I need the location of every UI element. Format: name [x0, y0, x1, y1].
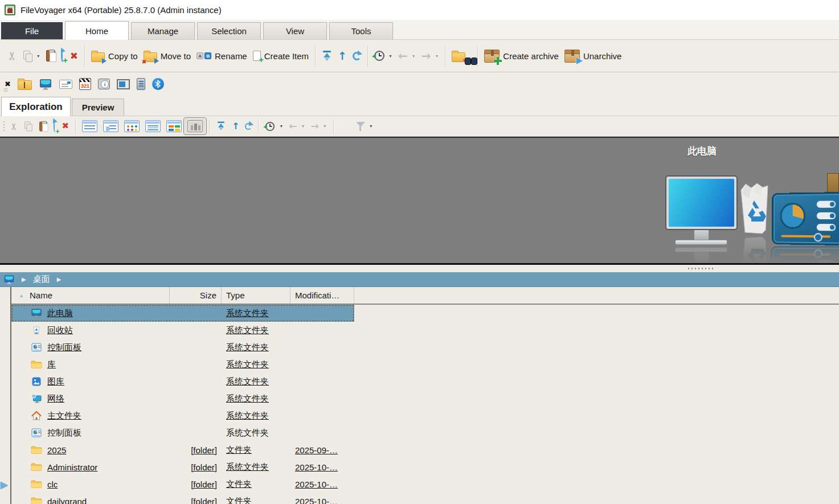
paste-button[interactable]	[43, 48, 58, 63]
history-button[interactable]: ▼	[371, 49, 395, 63]
copy-to-button[interactable]: Copy to	[88, 48, 141, 64]
tab-tools[interactable]: Tools	[329, 22, 393, 39]
refresh-button-2[interactable]	[242, 121, 255, 132]
file-name-link[interactable]: 库	[47, 359, 56, 370]
file-name-link[interactable]: 图库	[47, 376, 64, 387]
this-pc-icon[interactable]	[39, 78, 52, 91]
unarchive-button[interactable]: Unarchive	[562, 48, 625, 64]
view-details-button[interactable]	[79, 118, 100, 134]
flow-item-recycle-bin[interactable]	[738, 181, 771, 235]
cut-button-2[interactable]: ✂	[7, 120, 21, 133]
tab-selection[interactable]: Selection	[197, 22, 261, 39]
panel-splitter[interactable]	[0, 265, 839, 272]
copy-dropdown-caret[interactable]: ▼	[36, 54, 40, 58]
delete-button[interactable]: ✖	[67, 50, 81, 63]
table-row[interactable]: 网络 系统文件夹	[11, 390, 354, 407]
history-button-2[interactable]: ▼	[262, 120, 286, 133]
close-icon[interactable]: ✖	[5, 80, 11, 88]
table-row[interactable]: 控制面板 系统文件夹	[11, 339, 354, 356]
file-name-link[interactable]: 此电脑	[47, 308, 73, 319]
history-dropdown-caret[interactable]: ▼	[279, 124, 283, 128]
view-small-icons-button[interactable]	[121, 118, 142, 134]
flow-item-control-panel[interactable]	[772, 192, 839, 245]
forward-button-2[interactable]: →▼	[308, 120, 330, 133]
create-item-button[interactable]: + Create Item	[250, 49, 312, 63]
breadcrumb-segment-desktop[interactable]: 桌面	[33, 274, 50, 285]
refresh-button[interactable]	[350, 50, 364, 62]
table-row[interactable]: dailygrand [folder] 文件夹 2025-10-…	[11, 493, 354, 504]
view-tiles-button[interactable]	[163, 118, 185, 134]
rename-button[interactable]: AB Rename	[194, 50, 250, 63]
forward-dropdown-caret[interactable]: ▼	[435, 54, 439, 58]
table-row[interactable]: 此电脑 系统文件夹	[11, 305, 354, 322]
paste-special-button[interactable]: +	[58, 49, 67, 63]
table-row[interactable]: Administrator [folder] 系统文件夹 2025-10-…	[11, 458, 354, 476]
cut-button[interactable]: ✂	[5, 48, 20, 63]
filter-dropdown-caret[interactable]: ▼	[369, 124, 373, 128]
go-up-button[interactable]: ↑	[335, 49, 350, 63]
file-name-link[interactable]: 控制面板	[47, 428, 81, 439]
overflow-grip[interactable]	[4, 88, 7, 92]
view-content-button[interactable]	[100, 118, 121, 134]
table-row[interactable]: 主文件夹 系统文件夹	[11, 407, 354, 424]
search-button[interactable]	[468, 54, 474, 58]
back-button-2[interactable]: ←▼	[286, 120, 308, 133]
column-header-modified[interactable]: Modificati…	[290, 287, 354, 304]
toolbar-grip[interactable]	[3, 121, 5, 132]
breadcrumb-chevron-icon[interactable]: ▶	[22, 276, 26, 282]
table-row[interactable]: 2025 [folder] 文件夹 2025-09-…	[11, 441, 354, 458]
file-name-link[interactable]: dailygrand	[47, 497, 87, 504]
filter-button[interactable]: ▼	[353, 120, 376, 133]
back-button[interactable]: ←▼	[395, 48, 419, 63]
file-name-link[interactable]: 控制面板	[47, 342, 81, 353]
back-dropdown-caret[interactable]: ▼	[412, 54, 416, 58]
column-header-type[interactable]: Type	[222, 287, 290, 304]
go-top-button-2[interactable]	[213, 119, 229, 133]
tab-manage[interactable]: Manage	[131, 22, 195, 39]
server-icon[interactable]	[137, 78, 145, 90]
file-name-link[interactable]: 网络	[47, 394, 64, 404]
file-name-link[interactable]: 2025	[47, 445, 66, 455]
flow-view-panel[interactable]: 此电脑	[0, 137, 839, 265]
go-top-button[interactable]	[319, 49, 335, 63]
paste-button-2[interactable]	[36, 119, 51, 134]
media-info-icon[interactable]	[98, 79, 110, 89]
zip-folder-icon[interactable]	[18, 80, 32, 90]
move-to-button[interactable]: ✖ Move to	[141, 48, 194, 64]
flow-item-this-pc[interactable]	[665, 175, 738, 245]
view-list-button[interactable]	[142, 118, 163, 134]
table-row[interactable]: 图库 系统文件夹	[11, 373, 354, 390]
mail-card-icon[interactable]	[59, 80, 72, 89]
delete-button-2[interactable]: ✖	[59, 120, 72, 132]
back-dropdown-caret[interactable]: ▼	[301, 124, 305, 128]
column-header-size[interactable]: Size	[170, 287, 222, 304]
copy-button-2[interactable]	[21, 119, 36, 133]
create-archive-button[interactable]: Create archive	[481, 48, 562, 64]
tab-exploration[interactable]: Exploration	[1, 97, 71, 116]
tab-file[interactable]: File	[1, 22, 63, 39]
file-name-link[interactable]: 主文件夹	[47, 411, 81, 421]
breadcrumb-this-pc-icon[interactable]	[3, 274, 15, 285]
history-dropdown-caret[interactable]: ▼	[388, 54, 392, 58]
go-up-button-2[interactable]: ↑	[229, 120, 242, 133]
table-row[interactable]: clc [folder] 文件夹 2025-10-…	[11, 476, 354, 493]
expand-panel-arrow-icon[interactable]: ▶	[1, 479, 8, 491]
window-preview-icon[interactable]	[117, 79, 130, 89]
forward-button[interactable]: →▼	[419, 48, 442, 63]
table-row[interactable]: 回收站 系统文件夹	[11, 322, 354, 339]
file-name-link[interactable]: Administrator	[47, 462, 97, 472]
bluetooth-icon[interactable]	[152, 78, 164, 90]
copy-button[interactable]: ▼	[20, 49, 43, 63]
paste-special-button-2[interactable]: +	[51, 120, 59, 133]
tab-preview[interactable]: Preview	[72, 99, 124, 116]
tab-home[interactable]: Home	[65, 21, 129, 40]
view-flow-button[interactable]	[185, 118, 206, 134]
breadcrumb-chevron-icon[interactable]: ▶	[57, 276, 62, 282]
forward-dropdown-caret[interactable]: ▼	[323, 124, 327, 128]
tab-view[interactable]: View	[263, 22, 327, 39]
column-header-name[interactable]: ▲ Name	[11, 287, 170, 304]
file-name-link[interactable]: clc	[47, 480, 58, 489]
media-player-321-icon[interactable]	[79, 78, 91, 90]
file-name-link[interactable]: 回收站	[47, 325, 73, 336]
table-row[interactable]: 库 系统文件夹	[11, 356, 354, 373]
